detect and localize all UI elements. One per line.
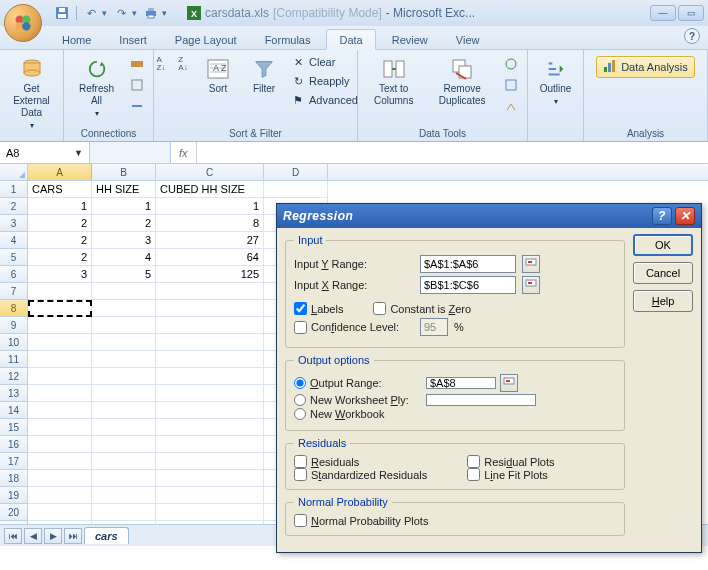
yrange-input[interactable]: [420, 255, 516, 273]
cell[interactable]: [156, 368, 264, 385]
cell[interactable]: [156, 300, 264, 317]
cell[interactable]: [28, 436, 92, 453]
cell[interactable]: 3: [92, 232, 156, 249]
filter-button[interactable]: Filter: [243, 54, 285, 98]
cell[interactable]: 2: [28, 215, 92, 232]
get-external-data-button[interactable]: Get External Data▾: [6, 54, 57, 134]
row-header[interactable]: 9: [0, 317, 28, 334]
cell[interactable]: [28, 351, 92, 368]
row-header[interactable]: 2: [0, 198, 28, 215]
whatif-icon[interactable]: [501, 96, 521, 116]
cell[interactable]: 1: [28, 198, 92, 215]
row-header[interactable]: 1: [0, 181, 28, 198]
ribbon-help-icon[interactable]: ?: [684, 28, 700, 44]
office-button[interactable]: [4, 4, 42, 42]
sort-az-icon[interactable]: AZ↓: [151, 54, 171, 74]
cell[interactable]: [28, 317, 92, 334]
cell[interactable]: [156, 351, 264, 368]
qat-dropdown-icon[interactable]: ▾: [162, 8, 167, 18]
ok-button[interactable]: OK: [633, 234, 693, 256]
cell[interactable]: [28, 402, 92, 419]
std-residuals-checkbox[interactable]: [294, 468, 307, 481]
remove-duplicates-button[interactable]: Remove Duplicates: [427, 54, 497, 110]
cell[interactable]: [28, 504, 92, 521]
cell[interactable]: [92, 283, 156, 300]
cell[interactable]: [156, 487, 264, 504]
residuals-checkbox[interactable]: [294, 455, 307, 468]
cell[interactable]: 2: [28, 249, 92, 266]
row-header[interactable]: 18: [0, 470, 28, 487]
cell[interactable]: [92, 351, 156, 368]
row-header[interactable]: 19: [0, 487, 28, 504]
fx-icon[interactable]: fx: [171, 147, 196, 159]
cell[interactable]: [156, 504, 264, 521]
row-header[interactable]: 5: [0, 249, 28, 266]
row-header[interactable]: 20: [0, 504, 28, 521]
sheet-nav-prev[interactable]: ◀: [24, 528, 42, 544]
tab-formulas[interactable]: Formulas: [253, 30, 323, 49]
row-header[interactable]: 16: [0, 436, 28, 453]
cell[interactable]: [92, 334, 156, 351]
row-header[interactable]: 17: [0, 453, 28, 470]
tab-pagelayout[interactable]: Page Layout: [163, 30, 249, 49]
help-button[interactable]: Help: [633, 290, 693, 312]
row-header[interactable]: 12: [0, 368, 28, 385]
cell[interactable]: [28, 385, 92, 402]
row-header[interactable]: 13: [0, 385, 28, 402]
row-header[interactable]: 11: [0, 351, 28, 368]
output-range-input[interactable]: [426, 377, 496, 389]
refresh-all-button[interactable]: Refresh All▾: [70, 54, 123, 122]
row-header[interactable]: 3: [0, 215, 28, 232]
cell[interactable]: [28, 334, 92, 351]
cell[interactable]: 27: [156, 232, 264, 249]
dialog-titlebar[interactable]: Regression ? ✕: [277, 204, 701, 228]
cell[interactable]: [156, 317, 264, 334]
select-all-corner[interactable]: [0, 164, 28, 180]
cell[interactable]: [92, 300, 156, 317]
cell[interactable]: [156, 453, 264, 470]
data-validation-icon[interactable]: [501, 54, 521, 74]
new-workbook-radio[interactable]: [294, 408, 306, 420]
tab-view[interactable]: View: [444, 30, 492, 49]
cell[interactable]: [92, 470, 156, 487]
cell[interactable]: 125: [156, 266, 264, 283]
tab-home[interactable]: Home: [50, 30, 103, 49]
confidence-input[interactable]: [420, 318, 448, 336]
save-icon[interactable]: [54, 5, 70, 21]
constant-zero-checkbox[interactable]: [373, 302, 386, 315]
row-header[interactable]: 8: [0, 300, 28, 317]
xrange-picker-icon[interactable]: [522, 276, 540, 294]
dialog-close-icon[interactable]: ✕: [675, 207, 695, 225]
cell[interactable]: [92, 368, 156, 385]
cell[interactable]: 2: [28, 232, 92, 249]
cell[interactable]: HH SIZE: [92, 181, 156, 198]
cell[interactable]: [156, 334, 264, 351]
col-header-A[interactable]: A: [28, 164, 92, 180]
cell[interactable]: [92, 419, 156, 436]
name-box[interactable]: A8 ▼: [0, 142, 90, 163]
advanced-button[interactable]: ⚑Advanced: [289, 92, 360, 108]
sheet-nav-next[interactable]: ▶: [44, 528, 62, 544]
col-header-D[interactable]: D: [264, 164, 328, 180]
formula-input[interactable]: [196, 142, 708, 163]
cell[interactable]: [92, 453, 156, 470]
cell[interactable]: 8: [156, 215, 264, 232]
undo-icon[interactable]: ↶: [83, 5, 99, 21]
cell[interactable]: [28, 453, 92, 470]
cell[interactable]: CARS: [28, 181, 92, 198]
cell[interactable]: CUBED HH SIZE: [156, 181, 264, 198]
redo-icon[interactable]: ↷: [113, 5, 129, 21]
residual-plots-checkbox[interactable]: [467, 455, 480, 468]
cell[interactable]: [156, 470, 264, 487]
chevron-down-icon[interactable]: ▼: [74, 148, 83, 158]
cell[interactable]: 64: [156, 249, 264, 266]
cell[interactable]: 1: [156, 198, 264, 215]
row-header[interactable]: 7: [0, 283, 28, 300]
consolidate-icon[interactable]: [501, 75, 521, 95]
cell[interactable]: [156, 402, 264, 419]
reapply-button[interactable]: ↻Reapply: [289, 73, 360, 89]
cell[interactable]: [156, 385, 264, 402]
cell[interactable]: [264, 181, 328, 198]
cell[interactable]: [28, 470, 92, 487]
cell[interactable]: 5: [92, 266, 156, 283]
